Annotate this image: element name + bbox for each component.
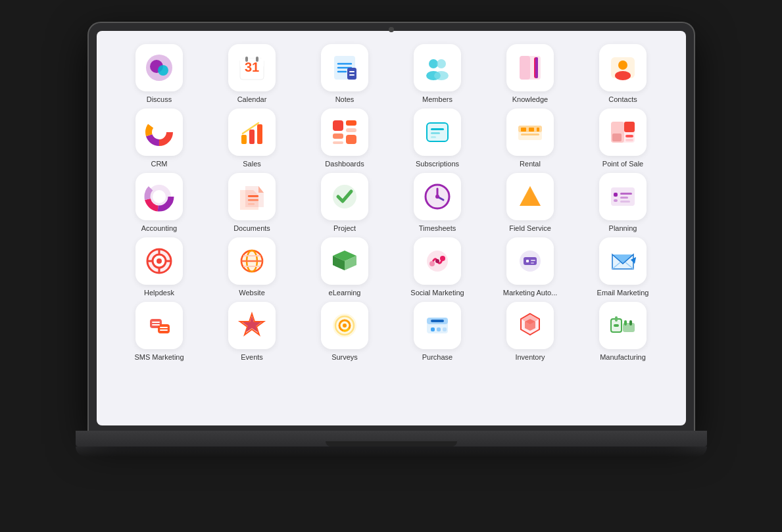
app-item-events[interactable]: Events <box>209 302 295 361</box>
app-label-events: Events <box>241 353 263 361</box>
app-label-elearning: eLearning <box>329 289 361 297</box>
app-icon-project <box>321 173 368 220</box>
app-item-subscriptions[interactable]: Subscriptions <box>395 109 481 168</box>
screen-bezel: Discuss31CalendarNotesMembersKnowledgeCo… <box>89 23 694 431</box>
app-label-knowledge: Knowledge <box>512 95 548 103</box>
svg-rect-84 <box>620 197 628 199</box>
app-label-accounting: Accounting <box>141 224 177 232</box>
app-item-accounting[interactable]: Accounting <box>116 173 203 232</box>
svg-point-26 <box>615 71 631 80</box>
app-label-field-service: Field Service <box>509 224 551 232</box>
app-item-calendar[interactable]: 31Calendar <box>209 44 295 103</box>
app-item-documents[interactable]: Documents <box>209 173 295 232</box>
screen: Discuss31CalendarNotesMembersKnowledgeCo… <box>97 31 686 425</box>
app-icon-point-of-sale <box>599 109 647 156</box>
svg-rect-32 <box>249 130 255 144</box>
svg-rect-50 <box>521 133 539 135</box>
app-item-members[interactable]: Members <box>395 44 481 103</box>
svg-rect-54 <box>625 135 633 137</box>
svg-point-104 <box>429 261 435 266</box>
svg-point-25 <box>618 60 627 70</box>
app-label-sms-marketing: SMS Marketing <box>134 353 183 361</box>
app-item-timesheets[interactable]: Timesheets <box>395 173 481 232</box>
app-label-email-marketing: Email Marketing <box>597 289 649 297</box>
svg-rect-31 <box>241 135 247 144</box>
app-icon-marketing-auto <box>506 237 554 285</box>
app-label-notes: Notes <box>335 95 354 103</box>
app-icon-elearning <box>321 237 368 285</box>
svg-rect-138 <box>437 327 441 331</box>
app-item-email-marketing[interactable]: Email Marketing <box>580 237 666 297</box>
app-item-field-service[interactable]: Field Service <box>487 173 574 232</box>
svg-point-17 <box>437 59 446 68</box>
app-item-inventory[interactable]: Inventory <box>487 302 574 361</box>
app-item-rental[interactable]: Rental <box>487 109 574 168</box>
app-icon-inventory <box>506 302 554 349</box>
app-item-elearning[interactable]: eLearning <box>302 237 388 297</box>
svg-rect-21 <box>520 56 530 80</box>
app-label-marketing-auto: Marketing Auto... <box>503 289 558 297</box>
laptop-base <box>76 431 707 447</box>
svg-point-2 <box>158 65 168 76</box>
app-icon-sales <box>228 109 276 156</box>
app-item-sales[interactable]: Sales <box>209 109 295 168</box>
svg-rect-33 <box>257 124 262 144</box>
svg-rect-137 <box>431 327 435 331</box>
app-item-sms-marketing[interactable]: SMS Marketing <box>116 302 203 361</box>
app-item-notes[interactable]: Notes <box>302 44 388 103</box>
app-icon-crm <box>135 109 183 156</box>
app-item-helpdesk[interactable]: Helpdesk <box>116 237 203 297</box>
app-item-point-of-sale[interactable]: Point of Sale <box>580 109 666 168</box>
app-icon-planning <box>599 173 647 220</box>
app-icon-sms-marketing <box>135 302 183 349</box>
app-item-website[interactable]: Website <box>209 237 295 297</box>
apps-grid: Discuss31CalendarNotesMembersKnowledgeCo… <box>116 44 666 361</box>
app-item-project[interactable]: Project <box>302 173 388 232</box>
app-item-contacts[interactable]: Contacts <box>580 44 666 103</box>
svg-rect-42 <box>431 128 444 130</box>
svg-text:31: 31 <box>245 60 259 74</box>
app-item-planning[interactable]: Planning <box>580 173 666 232</box>
app-label-purchase: Purchase <box>422 353 452 361</box>
app-label-point-of-sale: Point of Sale <box>602 160 643 168</box>
app-item-knowledge[interactable]: Knowledge <box>487 44 574 103</box>
app-item-surveys[interactable]: Surveys <box>302 302 388 361</box>
app-item-social-marketing[interactable]: Social Marketing <box>395 237 481 297</box>
svg-rect-150 <box>614 324 619 327</box>
app-item-discuss[interactable]: Discuss <box>116 44 203 103</box>
app-item-dashboards[interactable]: Dashboards <box>302 109 388 168</box>
app-label-rental: Rental <box>520 160 541 168</box>
app-label-subscriptions: Subscriptions <box>416 160 459 168</box>
svg-rect-139 <box>443 327 447 331</box>
svg-rect-81 <box>614 193 618 197</box>
app-icon-social-marketing <box>414 237 461 285</box>
app-icon-manufacturing <box>599 302 647 349</box>
svg-rect-109 <box>526 260 529 262</box>
app-label-calendar: Calendar <box>237 95 267 103</box>
app-icon-contacts <box>599 44 647 91</box>
app-item-crm[interactable]: CRM <box>116 109 203 168</box>
svg-rect-149 <box>629 320 632 326</box>
svg-point-106 <box>435 259 439 263</box>
app-icon-rental <box>506 109 554 156</box>
app-icon-accounting <box>135 173 183 220</box>
app-item-purchase[interactable]: Purchase <box>395 302 481 361</box>
svg-point-89 <box>157 258 162 264</box>
svg-point-30 <box>155 128 163 136</box>
app-label-documents: Documents <box>233 224 270 232</box>
svg-point-133 <box>343 324 347 327</box>
app-item-manufacturing[interactable]: Manufacturing <box>580 302 666 361</box>
app-label-manufacturing: Manufacturing <box>600 353 646 361</box>
svg-point-105 <box>440 256 445 261</box>
app-icon-dashboards <box>321 109 368 156</box>
app-label-website: Website <box>239 289 265 297</box>
app-icon-email-marketing <box>599 237 647 285</box>
svg-marker-67 <box>240 190 258 210</box>
svg-point-61 <box>153 190 166 203</box>
app-icon-surveys <box>321 302 368 349</box>
app-item-marketing-auto[interactable]: Marketing Auto... <box>487 237 574 297</box>
laptop-frame: Discuss31CalendarNotesMembersKnowledgeCo… <box>76 23 707 510</box>
app-icon-notes <box>321 44 368 91</box>
app-icon-calendar: 31 <box>228 44 276 91</box>
app-icon-helpdesk <box>135 237 183 285</box>
